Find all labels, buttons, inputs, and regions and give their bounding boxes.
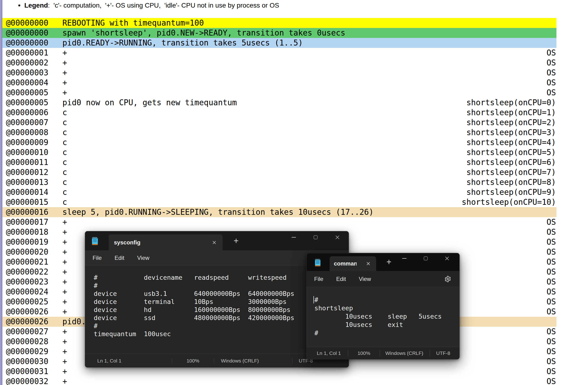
notepad-window-command: command + File Edit View # shortsleep [306,253,460,359]
row-right-label: OS [546,366,556,376]
row-right-label: shortsleep(onCPU=2) [466,117,556,128]
trace-row: @00000032+OS [0,376,588,385]
trace-row: @00000017+OS [0,217,588,227]
maximize-button[interactable] [305,231,327,244]
legend-text: : 'c'- computation, '+'- OS using CPU, '… [48,2,279,9]
status-encoding: UTF-8 [430,347,450,359]
trace-row: @00000015cshortsleep(onCPU=10) [0,197,588,207]
row-right-label: OS [546,48,556,58]
new-tab-button[interactable]: + [231,236,241,246]
trace-row: @00000001+OS [0,48,588,58]
maximize-icon [424,256,428,260]
close-button[interactable] [327,231,348,244]
row-timestamp: @00000004 [6,78,48,88]
row-message: c [63,167,67,177]
row-message: c [63,157,67,167]
row-timestamp: @00000030 [6,357,48,366]
menu-file[interactable]: File [88,255,106,261]
command-text: # shortsleep 10usecs sleep 5usecs 10usec… [307,287,459,337]
row-message: pid0. [63,317,86,327]
row-message: + [63,48,67,58]
row-right-label: OS [546,68,556,78]
row-timestamp: @00000005 [6,98,48,108]
row-right-label: shortsleep(onCPU=10) [462,197,556,207]
row-timestamp: @00000006 [6,108,48,117]
row-message: + [63,297,67,307]
row-timestamp: @00000023 [6,277,48,287]
row-message: + [63,217,67,227]
row-message: pid0.READY->RUNNING, transition takes 5u… [63,38,303,48]
trace-row: @00000012cshortsleep(onCPU=7) [0,167,588,177]
row-message: + [63,237,67,247]
row-timestamp: @00000010 [6,147,48,157]
trace-row: @00000002+OS [0,58,588,68]
row-right-label: OS [546,327,556,337]
row-timestamp: @00000003 [6,68,48,78]
row-message: + [63,277,67,287]
row-right-label: OS [546,297,556,307]
maximize-button[interactable] [415,253,436,264]
row-message: + [63,307,67,317]
row-right-label: shortsleep(onCPU=3) [466,128,556,137]
row-right-label: OS [546,346,556,357]
row-message: + [63,267,67,277]
menu-edit[interactable]: Edit [110,255,129,261]
row-timestamp: @00000017 [6,217,48,227]
trace-row: @00000000pid0.READY->RUNNING, transition… [0,38,588,48]
command-editor[interactable]: # shortsleep 10usecs sleep 5usecs 10usec… [307,287,459,347]
row-message: pid0 now on CPU, gets new timequantum [63,98,237,108]
row-message: c [63,177,67,187]
row-timestamp: @00000026 [6,307,48,317]
row-timestamp: @00000016 [6,207,48,217]
command-statusbar: Ln 1, Col 1 100% Windows (CRLF) UTF-8 [307,347,459,359]
trace-row: @00000000REBOOTING with timequantum=100 [0,18,588,28]
row-right-label: OS [546,307,556,317]
menu-view[interactable]: View [132,255,154,261]
row-timestamp: @00000000 [6,18,48,28]
close-icon [335,235,340,240]
status-line-ending: Windows (CRLF) [214,354,292,367]
trace-row: @00000014cshortsleep(onCPU=9) [0,187,588,197]
legend: • Legend: 'c'- computation, '+'- OS usin… [18,0,279,11]
menu-file[interactable]: File [309,276,328,282]
row-timestamp: @00000020 [6,247,48,257]
row-timestamp: @00000012 [6,167,48,177]
row-message: + [63,327,67,337]
gear-icon[interactable] [444,275,452,283]
row-message: c [63,197,67,207]
row-right-label: OS [546,78,556,88]
row-message: + [63,376,67,385]
row-timestamp: @00000007 [6,117,48,128]
row-right-label: shortsleep(onCPU=8) [466,177,556,187]
trace-row: @00000011cshortsleep(onCPU=6) [0,157,588,167]
row-right-label: shortsleep(onCPU=4) [466,137,556,147]
row-message: c [63,117,67,128]
row-timestamp: @00000015 [6,197,48,207]
tab-close-icon[interactable] [365,261,371,267]
sysconfig-titlebar[interactable]: sysconfig + [85,231,349,250]
row-right-label: shortsleep(onCPU=7) [466,167,556,177]
tab-command[interactable]: command [330,256,376,271]
command-menubar: File Edit View [307,271,459,287]
command-titlebar[interactable]: command + [307,253,459,271]
row-timestamp: @00000027 [6,327,48,337]
row-timestamp: @00000011 [6,157,48,167]
menu-view[interactable]: View [354,276,376,282]
menu-edit[interactable]: Edit [332,276,351,282]
notepad-icon [92,237,98,245]
minimize-button[interactable] [283,231,305,244]
minimize-button[interactable] [394,253,415,264]
close-button[interactable] [436,253,458,264]
tab-close-icon[interactable] [211,239,217,246]
row-message: REBOOTING with timequantum=100 [63,18,204,28]
tab-sysconfig[interactable]: sysconfig [109,234,223,250]
maximize-icon [314,235,317,239]
row-timestamp: @00000032 [6,376,48,385]
row-right-label: OS [546,257,556,267]
row-message: + [63,247,67,257]
row-message: c [63,128,67,137]
row-right-label: OS [546,247,556,257]
status-cursor-position: Ln 1, Col 1 [307,347,348,359]
new-tab-button[interactable]: + [384,257,394,267]
row-message: c [63,147,67,157]
